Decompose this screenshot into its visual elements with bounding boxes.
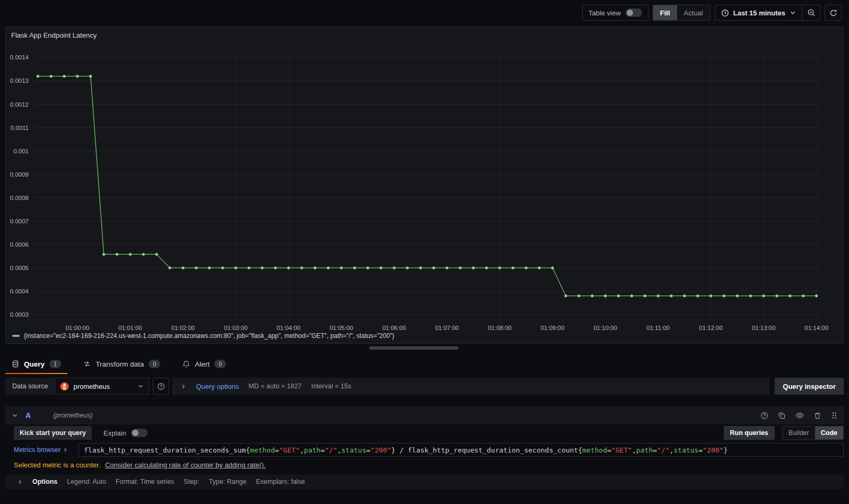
explain-label: Explain	[103, 429, 126, 437]
svg-text:0.0013: 0.0013	[10, 77, 29, 84]
svg-text:01:08:00: 01:08:00	[488, 325, 512, 331]
collapse-chevron-icon[interactable]	[12, 412, 18, 419]
kick-start-query-button[interactable]: Kick start your query	[14, 426, 92, 440]
query-token: method	[582, 446, 607, 454]
options-summary: Legend: AutoFormat: Time seriesStep:Type…	[67, 478, 305, 485]
option-summary-item: Type: Range	[209, 478, 247, 485]
query-token: =	[320, 446, 325, 454]
toggle-knob	[132, 430, 138, 436]
svg-text:01:02:00: 01:02:00	[171, 325, 195, 331]
time-picker-group: Last 15 minutes	[715, 5, 820, 21]
fill-button[interactable]: Fill	[653, 5, 677, 20]
svg-text:01:14:00: 01:14:00	[804, 325, 828, 331]
query-token: =	[653, 446, 657, 454]
tab-transform-data[interactable]: Transform data 0	[80, 354, 163, 374]
query-editor-body: Kick start your query Explain Run querie…	[5, 425, 844, 489]
warning-rate-link[interactable]: Consider calculating rate of counter by …	[105, 461, 266, 469]
zoom-out-icon	[807, 8, 816, 17]
actual-button[interactable]: Actual	[677, 5, 710, 20]
query-token: }	[723, 446, 727, 454]
query-token: ,	[300, 446, 304, 454]
svg-text:0.0005: 0.0005	[10, 265, 29, 271]
fill-actual-group: Fill Actual	[653, 5, 711, 21]
query-help-icon[interactable]	[760, 412, 768, 420]
drag-handle-grip-icon[interactable]	[831, 411, 837, 420]
panel-title: Flask App Endpoint Latency	[11, 31, 97, 39]
refresh-icon	[829, 9, 837, 17]
query-ref-id[interactable]: A	[25, 411, 31, 420]
table-view-toggle[interactable]	[626, 8, 642, 17]
metrics-browser-button[interactable]: Metrics browser	[14, 446, 79, 454]
svg-text:01:04:00: 01:04:00	[276, 325, 300, 331]
query-token: ,	[632, 446, 636, 454]
query-field-row: Metrics browser flask_http_request_durat…	[5, 443, 844, 457]
options-label[interactable]: Options	[32, 478, 57, 485]
transform-icon	[83, 360, 91, 368]
tab-query-label: Query	[24, 360, 45, 368]
datasource-name: prometheus	[73, 383, 133, 390]
query-row-actions	[760, 411, 837, 420]
metrics-browser-label: Metrics browser	[14, 446, 60, 454]
chevron-right-icon	[63, 447, 68, 453]
tab-transform-count: 0	[149, 360, 160, 368]
svg-text:01:01:00: 01:01:00	[118, 325, 142, 331]
bell-icon	[183, 360, 190, 368]
table-view-label: Table view	[588, 9, 621, 17]
panel-resize-handle[interactable]	[369, 346, 458, 350]
datasource-select[interactable]: prometheus	[55, 378, 149, 395]
datasource-help-button[interactable]	[153, 378, 169, 395]
query-token: "GET"	[279, 446, 300, 454]
chevron-down-icon	[790, 10, 796, 16]
counter-warning: Selected metric is a counter. Consider c…	[5, 461, 844, 469]
svg-text:01:00:00: 01:00:00	[66, 325, 90, 331]
query-token: "200"	[370, 446, 391, 454]
query-token: =	[607, 446, 611, 454]
latency-chart-svg[interactable]: 0.00140.00130.00120.00110.0010.00090.000…	[6, 42, 843, 333]
explain-toggle[interactable]	[131, 429, 148, 437]
prometheus-icon	[60, 382, 69, 391]
query-token: path	[304, 446, 320, 454]
tab-alert-count: 0	[214, 360, 226, 368]
svg-text:0.001: 0.001	[13, 148, 29, 154]
svg-text:0.0011: 0.0011	[11, 125, 29, 131]
editor-toolbar-row: Kick start your query Explain Run querie…	[5, 425, 844, 440]
tab-query[interactable]: Query 1	[8, 354, 64, 374]
query-token: =	[698, 446, 703, 454]
tab-alert-label: Alert	[195, 360, 210, 368]
toggle-visibility-eye-icon[interactable]	[795, 411, 804, 420]
svg-text:0.0004: 0.0004	[10, 288, 29, 294]
svg-text:01:11:00: 01:11:00	[646, 325, 670, 331]
query-token: status	[673, 446, 698, 454]
editor-toolbar-right: Run queries Builder Code	[724, 426, 844, 440]
query-token: ,	[670, 446, 674, 454]
toggle-knob	[627, 10, 633, 16]
query-inspector-button[interactable]: Query inspector	[775, 378, 844, 395]
run-queries-button[interactable]: Run queries	[724, 426, 775, 440]
chevron-right-icon	[180, 384, 186, 389]
query-token: path	[636, 446, 653, 454]
delete-query-trash-icon[interactable]	[813, 412, 821, 420]
query-options-label[interactable]: Query options	[196, 383, 239, 390]
option-summary-item: Legend: Auto	[67, 478, 106, 485]
code-mode-button[interactable]: Code	[815, 427, 843, 439]
promql-query-input[interactable]: flask_http_request_duration_seconds_sum{…	[79, 443, 844, 457]
editor-tabs: Query 1 Transform data 0 Alert 0	[8, 354, 229, 374]
legend-series-label[interactable]: {instance="ec2-184-169-216-224.us-west-1…	[24, 332, 394, 340]
legend-series-swatch	[12, 335, 20, 337]
duplicate-query-icon[interactable]	[778, 412, 786, 420]
svg-text:01:06:00: 01:06:00	[382, 325, 406, 331]
tab-alert[interactable]: Alert 0	[179, 354, 229, 374]
time-range-button[interactable]: Last 15 minutes	[715, 5, 802, 20]
svg-text:01:03:00: 01:03:00	[224, 325, 248, 331]
query-token: =	[366, 446, 370, 454]
query-options-summary-row[interactable]: Options Legend: AutoFormat: Time seriesS…	[5, 474, 844, 489]
svg-text:01:09:00: 01:09:00	[541, 325, 565, 331]
clock-icon	[721, 9, 729, 17]
query-options-bar[interactable]: Query options MD = auto = 1827 Interval …	[172, 378, 769, 395]
help-icon	[157, 383, 165, 390]
query-row-header: A (prometheus)	[5, 406, 844, 424]
zoom-out-button[interactable]	[802, 5, 820, 20]
svg-text:0.0007: 0.0007	[10, 218, 29, 224]
refresh-button[interactable]	[825, 5, 842, 21]
builder-mode-button[interactable]: Builder	[783, 427, 815, 439]
